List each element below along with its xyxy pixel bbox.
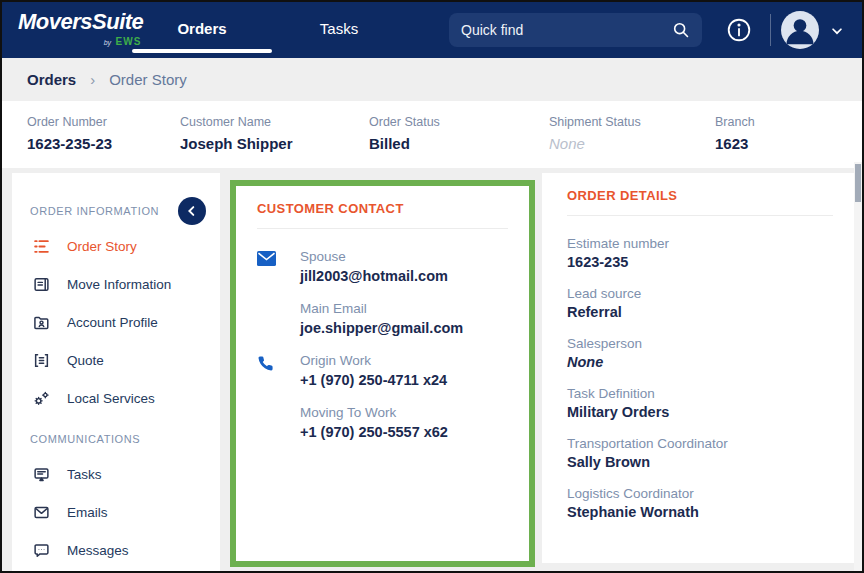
contact-value[interactable]: +1 (970) 250-5557 x62 bbox=[300, 424, 448, 440]
app-window: MoversSuite by EWS Orders Tasks bbox=[0, 0, 864, 573]
breadcrumb-order-story: Order Story bbox=[109, 71, 187, 88]
sidebar-item-emails[interactable]: Emails bbox=[12, 493, 220, 531]
contact-entry-moving-to-work: Moving To Work +1 (970) 250-5557 x62 bbox=[257, 405, 508, 440]
detail-logistics-coordinator: Logistics Coordinator Stephanie Wornath bbox=[567, 486, 833, 520]
sidebar-item-label: Quote bbox=[67, 353, 104, 368]
content-area: ORDER INFORMATION Order Story bbox=[2, 168, 862, 571]
sidebar-item-label: Emails bbox=[67, 505, 108, 520]
move-information-icon bbox=[31, 274, 51, 294]
contact-value[interactable]: jill2003@hotmail.com bbox=[300, 268, 448, 284]
user-avatar[interactable] bbox=[781, 11, 819, 49]
order-details-panel: ORDER DETAILS Estimate number 1623-235 L… bbox=[542, 173, 858, 563]
contact-label: Main Email bbox=[300, 301, 463, 316]
detail-estimate-number: Estimate number 1623-235 bbox=[567, 236, 833, 270]
summary-customer-name: Customer Name Joseph Shipper bbox=[180, 115, 293, 152]
local-services-icon bbox=[31, 388, 51, 408]
chevron-down-icon[interactable] bbox=[830, 24, 844, 38]
email-icon bbox=[257, 249, 279, 284]
detail-task-definition: Task Definition Military Orders bbox=[567, 386, 833, 420]
tasks-icon bbox=[31, 464, 51, 484]
search-input[interactable] bbox=[461, 22, 672, 38]
contact-entry-origin-work: Origin Work +1 (970) 250-4711 x24 bbox=[257, 353, 508, 388]
sidebar: ORDER INFORMATION Order Story bbox=[12, 173, 220, 573]
contact-value[interactable]: joe.shipper@gmail.com bbox=[300, 320, 463, 336]
order-summary-bar: Order Number 1623-235-23 Customer Name J… bbox=[2, 101, 862, 168]
detail-salesperson: Salesperson None bbox=[567, 336, 833, 370]
top-nav: MoversSuite by EWS Orders Tasks bbox=[2, 2, 862, 58]
contact-entry-main-email: Main Email joe.shipper@gmail.com bbox=[257, 301, 508, 336]
customer-contact-title: CUSTOMER CONTACT bbox=[257, 201, 508, 229]
sidebar-item-label: Messages bbox=[67, 543, 129, 558]
summary-shipment-status: Shipment Status None bbox=[549, 115, 641, 152]
nav-divider bbox=[770, 14, 771, 46]
detail-transportation-coordinator: Transportation Coordinator Sally Brown bbox=[567, 436, 833, 470]
sidebar-item-label: Move Information bbox=[67, 277, 171, 292]
breadcrumb-orders[interactable]: Orders bbox=[27, 71, 76, 88]
sidebar-collapse-button[interactable] bbox=[178, 197, 206, 225]
vertical-scrollbar[interactable] bbox=[854, 162, 862, 571]
emails-icon bbox=[31, 502, 51, 522]
sidebar-section-communications: COMMUNICATIONS bbox=[12, 417, 220, 445]
breadcrumb-separator: › bbox=[90, 71, 95, 88]
summary-order-status: Order Status Billed bbox=[369, 115, 440, 152]
contact-label: Moving To Work bbox=[300, 405, 448, 420]
sidebar-item-label: Account Profile bbox=[67, 315, 158, 330]
sidebar-item-move-information[interactable]: Move Information bbox=[12, 265, 220, 303]
scrollbar-thumb[interactable] bbox=[855, 164, 861, 202]
messages-icon bbox=[31, 540, 51, 560]
quick-find-search[interactable] bbox=[449, 13, 702, 47]
quote-icon bbox=[31, 350, 51, 370]
sidebar-item-label: Local Services bbox=[67, 391, 155, 406]
sidebar-item-order-story[interactable]: Order Story bbox=[12, 227, 220, 265]
summary-order-number: Order Number 1623-235-23 bbox=[27, 115, 112, 152]
search-icon[interactable] bbox=[672, 21, 690, 39]
order-story-icon bbox=[31, 236, 51, 256]
breadcrumb: Orders › Order Story bbox=[2, 58, 862, 101]
contact-label: Origin Work bbox=[300, 353, 447, 368]
summary-branch: Branch 1623 bbox=[715, 115, 755, 152]
contact-value[interactable]: +1 (970) 250-4711 x24 bbox=[300, 372, 447, 388]
app-logo[interactable]: MoversSuite by EWS bbox=[18, 9, 143, 49]
order-details-title: ORDER DETAILS bbox=[567, 188, 833, 216]
logo-by: by bbox=[104, 39, 111, 46]
customer-contact-panel: CUSTOMER CONTACT Spouse jill2003@hotmail… bbox=[230, 180, 535, 567]
account-profile-icon bbox=[31, 312, 51, 332]
tab-orders[interactable]: Orders bbox=[132, 2, 272, 58]
phone-icon bbox=[257, 353, 279, 388]
sidebar-item-tasks[interactable]: Tasks bbox=[12, 455, 220, 493]
contact-entry-spouse: Spouse jill2003@hotmail.com bbox=[257, 249, 508, 284]
sidebar-item-label: Tasks bbox=[67, 467, 102, 482]
sidebar-item-messages[interactable]: Messages bbox=[12, 531, 220, 569]
info-icon[interactable] bbox=[726, 17, 752, 43]
sidebar-item-local-services[interactable]: Local Services bbox=[12, 379, 220, 417]
sidebar-item-quote[interactable]: Quote bbox=[12, 341, 220, 379]
sidebar-item-label: Order Story bbox=[67, 239, 137, 254]
sidebar-item-account-profile[interactable]: Account Profile bbox=[12, 303, 220, 341]
detail-lead-source: Lead source Referral bbox=[567, 286, 833, 320]
tab-tasks[interactable]: Tasks bbox=[269, 2, 409, 58]
contact-label: Spouse bbox=[300, 249, 448, 264]
